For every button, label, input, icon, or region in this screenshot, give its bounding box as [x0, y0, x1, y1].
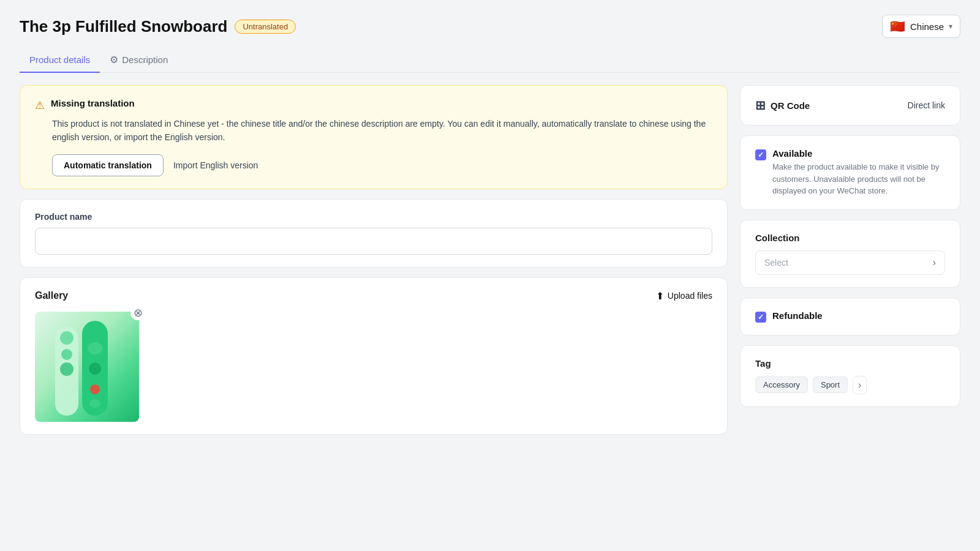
flag-icon: 🇨🇳: [890, 19, 905, 34]
available-description: Make the product available to make it vi…: [772, 161, 945, 197]
tags-list: Accessory Sport ›: [755, 376, 945, 394]
tag-card: Tag Accessory Sport ›: [740, 345, 960, 407]
tab-description-label: Description: [122, 54, 168, 65]
chevron-down-icon: ▾: [949, 22, 952, 31]
svg-point-3: [60, 362, 74, 376]
gallery-image-item: ⊗: [35, 312, 139, 422]
product-name-card: Product name: [20, 199, 728, 268]
qr-code-card: ⊞ QR Code Direct link: [740, 85, 960, 126]
svg-point-6: [89, 362, 101, 375]
collection-label: Collection: [755, 233, 945, 243]
page-title: The 3p Fulfilled Snowboard: [20, 17, 227, 36]
refundable-checkbox[interactable]: [755, 312, 766, 323]
tag-item-accessory: Accessory: [755, 377, 808, 393]
direct-link-button[interactable]: Direct link: [908, 100, 945, 110]
missing-translation-alert: ⚠ Missing translation This product is no…: [20, 85, 728, 189]
collection-placeholder: Select: [764, 258, 788, 268]
warning-icon: ⚠: [35, 99, 45, 112]
svg-point-8: [89, 399, 100, 408]
upload-icon: ⬆: [656, 290, 664, 302]
tab-description[interactable]: ⚙ Description: [100, 48, 178, 73]
refundable-card: Refundable: [740, 298, 960, 335]
alert-title: Missing translation: [51, 98, 135, 108]
gallery-images: ⊗: [35, 312, 712, 422]
import-english-button[interactable]: Import English version: [173, 160, 258, 170]
product-name-input[interactable]: [35, 228, 712, 255]
alert-body: This product is not translated in Chines…: [35, 117, 712, 144]
upload-files-label: Upload files: [668, 291, 712, 301]
tag-label: Tag: [755, 358, 945, 369]
language-label: Chinese: [910, 21, 944, 32]
available-label: Available: [772, 148, 945, 159]
close-circle-icon: ⊗: [134, 306, 143, 320]
tag-item-sport: Sport: [813, 377, 848, 393]
chevron-right-icon: ›: [933, 257, 936, 268]
status-badge: Untranslated: [235, 20, 296, 34]
product-name-label: Product name: [35, 212, 712, 222]
remove-image-button[interactable]: ⊗: [130, 305, 145, 320]
collection-card: Collection Select ›: [740, 220, 960, 288]
snowboard-image: [35, 312, 139, 422]
available-checkbox[interactable]: [755, 149, 766, 160]
svg-point-7: [90, 384, 100, 394]
available-card: Available Make the product available to …: [740, 135, 960, 210]
svg-point-2: [61, 349, 72, 360]
qr-code-icon: ⊞: [755, 98, 766, 113]
gallery-title: Gallery: [35, 290, 68, 301]
qr-code-label: QR Code: [771, 100, 810, 111]
language-selector[interactable]: 🇨🇳 Chinese ▾: [882, 15, 960, 38]
tab-bar: Product details ⚙ Description: [20, 48, 960, 73]
refundable-label: Refundable: [772, 310, 823, 321]
upload-files-button[interactable]: ⬆ Upload files: [656, 290, 712, 302]
description-tab-icon: ⚙: [110, 54, 118, 66]
automatic-translation-button[interactable]: Automatic translation: [52, 154, 164, 176]
gallery-card: Gallery ⬆ Upload files ⊗: [20, 277, 728, 435]
tags-more-button[interactable]: ›: [853, 376, 867, 394]
collection-select[interactable]: Select ›: [755, 250, 945, 275]
tab-product-details-label: Product details: [29, 54, 90, 65]
svg-point-5: [88, 342, 102, 354]
svg-point-1: [60, 331, 74, 345]
tab-product-details[interactable]: Product details: [20, 48, 100, 73]
